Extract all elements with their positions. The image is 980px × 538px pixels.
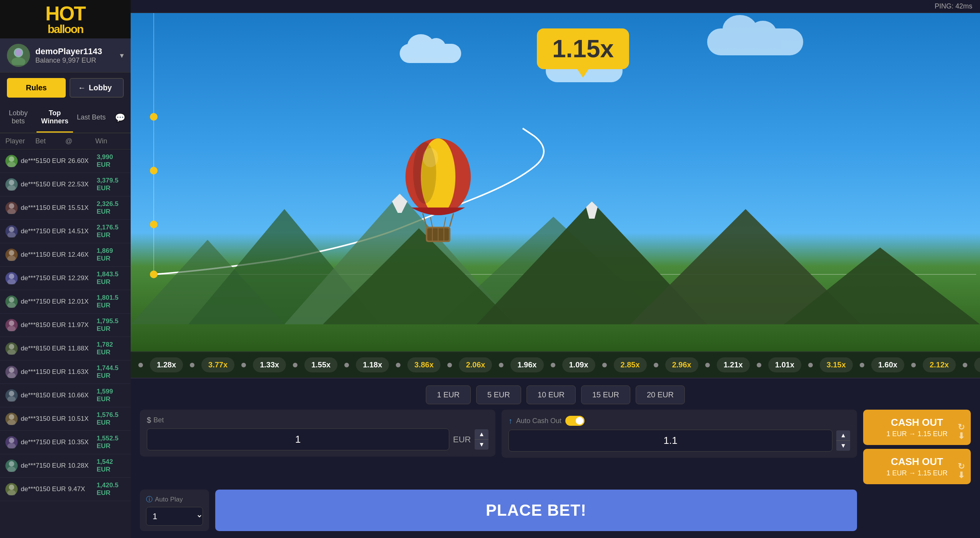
cloud-3: [707, 28, 803, 55]
history-item[interactable]: 1.28x: [150, 357, 183, 372]
table-header: Player Bet @ Win: [0, 133, 131, 149]
user-bar: demoPlayer1143 Balance 9,997 EUR ▾: [0, 38, 131, 73]
svg-point-28: [7, 443, 16, 448]
history-dot: [654, 363, 658, 367]
svg-point-15: [9, 297, 14, 302]
bet-currency: EUR: [453, 435, 471, 445]
tab-lobby-bets[interactable]: Lobby bets: [0, 103, 37, 133]
balloon: [400, 134, 477, 244]
history-item[interactable]: 1.60x: [871, 357, 904, 372]
cash-out-button-2[interactable]: CASH OUT 1 EUR → 1.15 EUR ↻ ⬇: [863, 449, 971, 484]
history-item[interactable]: 2.85x: [614, 357, 647, 372]
history-item[interactable]: 3.47x: [974, 357, 980, 372]
tabs-row: Lobby bets Top Winners Last Bets 💬: [0, 103, 131, 133]
bet-input[interactable]: [147, 428, 449, 450]
table-row: de***5 150 EUR 22.53X 3,379.5 EUR: [0, 173, 131, 196]
chat-icon[interactable]: 💬: [110, 109, 131, 127]
history-dot: [963, 363, 967, 367]
history-item[interactable]: 3.86x: [407, 357, 440, 372]
svg-point-26: [7, 420, 16, 425]
table-row: de***7 150 EUR 12.29X 1,843.5 EUR: [0, 267, 131, 290]
svg-point-3: [9, 156, 14, 162]
aco-input-row: ▲ ▼: [508, 430, 850, 452]
game-area: PING: 42ms 1.15x: [131, 0, 980, 538]
aco-spinners: ▲ ▼: [836, 430, 850, 451]
history-dot: [241, 363, 246, 367]
download-icon-1: ⬇: [958, 431, 965, 441]
svg-point-31: [9, 485, 14, 490]
svg-line-53: [423, 213, 427, 227]
history-dot: [138, 363, 143, 367]
history-item[interactable]: 2.06x: [459, 357, 492, 372]
svg-point-23: [9, 391, 14, 396]
quick-bet-button[interactable]: 15 EUR: [581, 385, 630, 404]
table-row: de***7 150 EUR 12.01X 1,801.5 EUR: [0, 290, 131, 314]
table-row: de***8 150 EUR 10.66X 1,599 EUR: [0, 384, 131, 407]
history-item[interactable]: 2.96x: [665, 357, 698, 372]
history-dot: [551, 363, 555, 367]
history-item[interactable]: 1.21x: [717, 357, 750, 372]
quick-bet-button[interactable]: 5 EUR: [476, 385, 521, 404]
action-buttons: Rules ← Lobby: [0, 73, 131, 103]
history-item[interactable]: 3.77x: [201, 357, 234, 372]
history-dot: [190, 363, 194, 367]
svg-point-25: [9, 414, 14, 420]
quick-bet-button[interactable]: 1 EUR: [426, 385, 471, 404]
table-row: de***7 150 EUR 10.35X 1,552.5 EUR: [0, 431, 131, 454]
history-bar: 1.28x3.77x1.33x1.55x1.18x3.86x2.06x1.96x…: [131, 351, 980, 378]
dropdown-arrow[interactable]: ▾: [120, 51, 124, 60]
username: demoPlayer1143: [35, 46, 115, 56]
svg-point-4: [7, 162, 16, 167]
history-item[interactable]: 3.15x: [820, 357, 853, 372]
quick-bet-button[interactable]: 20 EUR: [636, 385, 685, 404]
aco-toggle[interactable]: [565, 416, 585, 426]
bet-spin-down[interactable]: ▼: [475, 440, 488, 450]
user-info: demoPlayer1143 Balance 9,997 EUR: [35, 46, 115, 65]
aco-spin-down[interactable]: ▼: [836, 441, 850, 451]
cash-out-button-1[interactable]: CASH OUT 1 EUR → 1.15 EUR ↻ ⬇: [863, 410, 971, 445]
rules-button[interactable]: Rules: [7, 78, 66, 98]
placeholder-space: [863, 490, 971, 531]
history-item[interactable]: 1.09x: [562, 357, 595, 372]
history-item[interactable]: 1.33x: [253, 357, 286, 372]
svg-point-12: [7, 256, 16, 261]
svg-point-1: [12, 57, 25, 65]
svg-point-14: [7, 279, 16, 284]
svg-point-7: [9, 203, 14, 209]
svg-point-5: [9, 180, 14, 185]
tab-last-bets[interactable]: Last Bets: [73, 107, 110, 129]
aco-label: Auto Cash Out: [516, 417, 561, 425]
history-dot: [344, 363, 349, 367]
svg-point-11: [9, 250, 14, 256]
history-item[interactable]: 1.96x: [510, 357, 543, 372]
history-item[interactable]: 2.12x: [923, 357, 956, 372]
aco-spin-up[interactable]: ▲: [836, 430, 850, 441]
avatar: [7, 44, 30, 67]
svg-point-32: [7, 490, 16, 495]
history-dot: [757, 363, 761, 367]
history-item[interactable]: 1.01x: [768, 357, 801, 372]
history-item[interactable]: 1.18x: [356, 357, 389, 372]
place-bet-button[interactable]: PLACE BET!: [215, 490, 857, 531]
aco-input[interactable]: [508, 430, 832, 452]
bet-spin-up[interactable]: ▲: [475, 429, 488, 440]
svg-point-17: [9, 320, 14, 326]
svg-point-10: [7, 232, 16, 237]
table-row: de***5 150 EUR 26.60X 3,990 EUR: [0, 149, 131, 173]
cashout-buttons: CASH OUT 1 EUR → 1.15 EUR ↻ ⬇ CASH OUT 1…: [863, 410, 971, 484]
cloud-1: [400, 44, 461, 63]
table-row: de***8 150 EUR 11.97X 1,795.5 EUR: [0, 314, 131, 337]
svg-line-56: [444, 217, 446, 227]
cash-out-sub-2: 1 EUR → 1.15 EUR: [886, 469, 947, 477]
lobby-button[interactable]: ← Lobby: [70, 78, 124, 98]
sidebar: HOT balloon demoPlayer1143 Balance 9,997…: [0, 0, 131, 538]
history-dot: [293, 363, 297, 367]
svg-point-19: [9, 344, 14, 349]
autoplay-select[interactable]: 12510: [146, 507, 203, 526]
history-dot: [602, 363, 607, 367]
quick-bet-button[interactable]: 10 EUR: [527, 385, 576, 404]
history-dot: [447, 363, 452, 367]
bet-label: $ Bet: [147, 416, 488, 425]
tab-top-winners[interactable]: Top Winners: [37, 103, 73, 133]
history-item[interactable]: 1.55x: [304, 357, 337, 372]
